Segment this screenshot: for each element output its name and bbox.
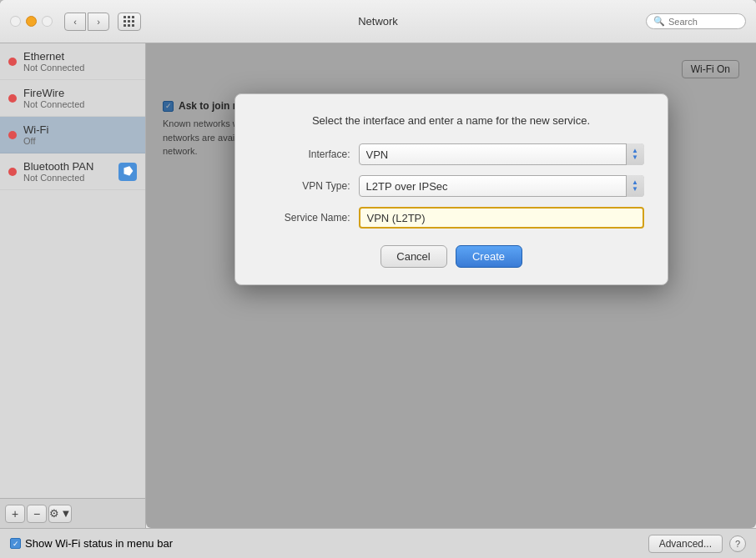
add-service-button[interactable]: + bbox=[5, 505, 25, 523]
stepper-down-icon[interactable]: ▼ bbox=[632, 154, 638, 161]
sidebar-item-wifi[interactable]: Wi-Fi Off bbox=[0, 117, 145, 153]
help-button[interactable]: ? bbox=[729, 535, 746, 552]
search-input[interactable] bbox=[668, 17, 735, 27]
show-wifi-checkbox[interactable]: ✓ bbox=[10, 538, 21, 549]
main-content: Ethernet Not Connected FireWire Not Conn… bbox=[0, 43, 756, 528]
minimize-button[interactable] bbox=[26, 16, 37, 27]
search-box[interactable]: 🔍 bbox=[646, 13, 746, 29]
sidebar-item-status-wifi: Off bbox=[23, 136, 48, 146]
modal-buttons: Cancel Create bbox=[259, 245, 644, 268]
sidebar-item-text-firewire: FireWire Not Connected bbox=[23, 87, 84, 109]
sidebar-item-bluetooth-pan[interactable]: Bluetooth PAN Not Connected ⭓ bbox=[0, 153, 145, 190]
cancel-button[interactable]: Cancel bbox=[381, 245, 447, 268]
sidebar-item-text-ethernet: Ethernet Not Connected bbox=[23, 50, 84, 73]
vpn-stepper-down-icon[interactable]: ▼ bbox=[632, 186, 638, 193]
service-name-field: Service Name: bbox=[259, 207, 644, 229]
service-name-input[interactable] bbox=[359, 207, 644, 229]
grid-icon bbox=[123, 16, 135, 28]
service-name-label: Service Name: bbox=[259, 212, 350, 224]
show-wifi-row: ✓ Show Wi-Fi status in menu bar bbox=[10, 537, 642, 550]
show-wifi-label: Show Wi-Fi status in menu bar bbox=[25, 537, 173, 550]
sidebar-item-firewire[interactable]: FireWire Not Connected bbox=[0, 80, 145, 117]
sidebar-item-status-bluetooth: Not Connected bbox=[23, 173, 93, 183]
interface-label: Interface: bbox=[259, 148, 350, 160]
sidebar-item-text-wifi: Wi-Fi Off bbox=[23, 123, 48, 146]
sidebar-item-name-ethernet: Ethernet bbox=[23, 50, 84, 63]
titlebar: ‹ › Network 🔍 bbox=[0, 0, 756, 43]
app-grid-button[interactable] bbox=[118, 13, 141, 31]
vpn-type-label: VPN Type: bbox=[259, 180, 350, 192]
sidebar-toolbar: + − ⚙ ▼ bbox=[0, 498, 145, 528]
interface-field: Interface: VPN ▲ ▼ bbox=[259, 143, 644, 165]
interface-stepper[interactable]: ▲ ▼ bbox=[626, 143, 644, 165]
modal-title: Select the interface and enter a name fo… bbox=[259, 114, 644, 127]
sidebar-item-status-firewire: Not Connected bbox=[23, 99, 84, 109]
sidebar: Ethernet Not Connected FireWire Not Conn… bbox=[0, 43, 146, 528]
bottom-bar: ✓ Show Wi-Fi status in menu bar Advanced… bbox=[0, 528, 756, 558]
sidebar-item-name-bluetooth: Bluetooth PAN bbox=[23, 160, 93, 173]
right-panel: Wi-Fi On ✓ Ask to join new networks Know… bbox=[146, 43, 756, 528]
gear-icon: ⚙ bbox=[49, 507, 59, 520]
nav-buttons: ‹ › bbox=[64, 13, 109, 31]
window-title: Network bbox=[358, 15, 398, 28]
vpn-type-field: VPN Type: L2TP over IPSec ▲ ▼ bbox=[259, 175, 644, 197]
status-dot-firewire bbox=[8, 94, 17, 103]
interface-select[interactable]: VPN bbox=[359, 143, 644, 165]
vpn-type-select[interactable]: L2TP over IPSec bbox=[359, 175, 644, 197]
advanced-button[interactable]: Advanced... bbox=[648, 535, 723, 553]
new-service-modal: Select the interface and enter a name fo… bbox=[234, 93, 668, 285]
gear-caret-icon: ▼ bbox=[61, 507, 72, 520]
interface-select-wrapper: VPN ▲ ▼ bbox=[359, 143, 644, 165]
gear-menu-button[interactable]: ⚙ ▼ bbox=[48, 505, 72, 523]
remove-service-button[interactable]: − bbox=[27, 505, 47, 523]
sidebar-item-status-ethernet: Not Connected bbox=[23, 63, 84, 73]
vpn-type-stepper[interactable]: ▲ ▼ bbox=[626, 175, 644, 197]
status-dot-bluetooth bbox=[8, 168, 17, 176]
modal-overlay: Select the interface and enter a name fo… bbox=[146, 43, 756, 528]
status-dot-ethernet bbox=[8, 58, 17, 66]
traffic-lights bbox=[10, 16, 53, 27]
close-button[interactable] bbox=[10, 16, 21, 27]
sidebar-item-name-firewire: FireWire bbox=[23, 87, 84, 99]
maximize-button[interactable] bbox=[42, 16, 53, 27]
forward-button[interactable]: › bbox=[88, 13, 109, 31]
create-button[interactable]: Create bbox=[456, 245, 522, 268]
sidebar-item-name-wifi: Wi-Fi bbox=[23, 123, 48, 136]
status-dot-wifi bbox=[8, 131, 17, 139]
window: ‹ › Network 🔍 Ethernet Not Connected bbox=[0, 0, 756, 558]
back-button[interactable]: ‹ bbox=[64, 13, 86, 31]
sidebar-item-text-bluetooth: Bluetooth PAN Not Connected bbox=[23, 160, 93, 183]
search-icon: 🔍 bbox=[653, 16, 665, 27]
sidebar-item-ethernet[interactable]: Ethernet Not Connected bbox=[0, 43, 145, 80]
bluetooth-icon: ⭓ bbox=[118, 163, 137, 181]
vpn-type-select-wrapper: L2TP over IPSec ▲ ▼ bbox=[359, 175, 644, 197]
